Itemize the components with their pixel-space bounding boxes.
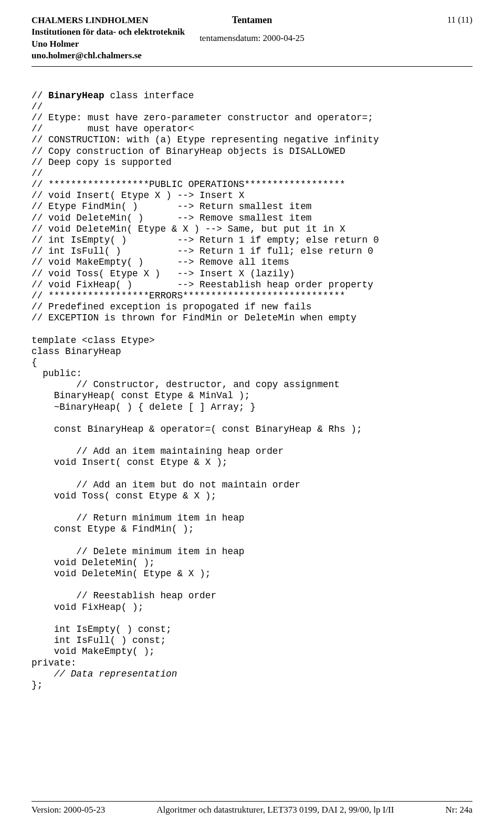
code-line: void MakeEmpty( ); xyxy=(32,646,155,657)
document-title: Tentamen xyxy=(200,15,304,26)
code-line: // ******************ERRORS*************… xyxy=(32,290,345,301)
code-line: // void DeleteMin( ) --> Remove smallest… xyxy=(32,213,312,223)
email: uno.holmer@chl.chalmers.se xyxy=(32,50,185,61)
code-line: const BinaryHeap & operator=( const Bina… xyxy=(32,424,362,434)
header-left: CHALMERS LINDHOLMEN Institutionen för da… xyxy=(32,15,185,62)
footer-number: Nr: 24a xyxy=(446,805,472,815)
code-line: // void Insert( Etype X ) --> Insert X xyxy=(32,190,244,201)
code-line: void FixHeap( ); xyxy=(32,602,143,612)
department: Institutionen för data- och elektrotekni… xyxy=(32,26,185,38)
author: Uno Holmer xyxy=(32,38,185,50)
code-line: // ******************PUBLIC OPERATIONS**… xyxy=(32,179,345,190)
page-number: 11 (11) xyxy=(447,15,472,25)
code-line: // Constructor, destructor, and copy ass… xyxy=(32,379,340,390)
code-block: // BinaryHeap class interface // // Etyp… xyxy=(32,90,472,691)
code-line: // int IsFull( ) --> Return 1 if full; e… xyxy=(32,246,373,256)
code-bold: BinaryHeap xyxy=(48,90,104,101)
code-line: // int IsEmpty( ) --> Return 1 if empty;… xyxy=(32,235,379,245)
code-line: void Insert( const Etype & X ); xyxy=(32,457,227,468)
code-line: // CONSTRUCTION: with (a) Etype represen… xyxy=(32,134,379,145)
code-line: void DeleteMin( ); xyxy=(32,557,155,568)
code-line: // must have operator< xyxy=(32,123,194,134)
code-line: class BinaryHeap xyxy=(32,346,121,357)
code-line: // Return minimum item in heap xyxy=(32,513,244,523)
code-line: void DeleteMin( Etype & X ); xyxy=(32,568,211,579)
header-center: Tentamen tentamensdatum: 2000-04-25 xyxy=(200,15,304,44)
code-line: // Deep copy is supported xyxy=(32,157,172,168)
code-line: // Etype: must have zero-parameter const… xyxy=(32,112,373,123)
code-line: // Etype FindMin( ) --> Return smallest … xyxy=(32,201,312,212)
code-line: // Copy construction of BinaryHeap objec… xyxy=(32,146,345,157)
footer-version: Version: 2000-05-23 xyxy=(32,805,105,815)
code-line: // void FixHeap( ) --> Reestablish heap … xyxy=(32,279,373,290)
institution: CHALMERS LINDHOLMEN xyxy=(32,15,185,26)
code-line: // Reestablish heap order xyxy=(32,590,216,601)
footer-course: Algoritmer och datastrukturer, LET373 01… xyxy=(156,805,394,815)
page-footer: Version: 2000-05-23 Algoritmer och datas… xyxy=(32,801,472,815)
code-line: int IsEmpty( ) const; xyxy=(32,624,172,635)
code-line: // Predefined exception is propogated if… xyxy=(32,302,312,312)
code-line: // xyxy=(32,101,43,112)
code-line: private: xyxy=(32,658,76,668)
code-line: // Add an item but do not maintain order xyxy=(32,480,300,490)
code-line: // Add an item maintaining heap order xyxy=(32,446,284,456)
code-line: }; xyxy=(32,680,43,690)
code-line: // EXCEPTION is thrown for FindMin or De… xyxy=(32,313,356,323)
page-header: CHALMERS LINDHOLMEN Institutionen för da… xyxy=(32,15,472,67)
code-line: template <class Etype> xyxy=(32,335,155,346)
code-italic: // Data representation xyxy=(32,669,177,679)
code-line: // void DeleteMin( Etype & X ) --> Same,… xyxy=(32,224,345,234)
code-line: class interface xyxy=(104,90,194,101)
code-line: BinaryHeap( const Etype & MinVal ); xyxy=(32,390,250,401)
code-line: // Delete minimum item in heap xyxy=(32,546,244,557)
code-line: void Toss( const Etype & X ); xyxy=(32,491,216,501)
code-line: // xyxy=(32,90,48,101)
code-line: // void MakeEmpty( ) --> Remove all item… xyxy=(32,257,289,267)
code-line: int IsFull( ) const; xyxy=(32,635,166,646)
code-line: // void Toss( Etype X ) --> Insert X (la… xyxy=(32,268,295,279)
code-line: ~BinaryHeap( ) { delete [ ] Array; } xyxy=(32,402,256,412)
code-line: public: xyxy=(32,368,82,379)
exam-date: tentamensdatum: 2000-04-25 xyxy=(200,33,304,44)
code-line: const Etype & FindMin( ); xyxy=(32,524,194,534)
code-line: { xyxy=(32,357,37,368)
code-line: // xyxy=(32,168,43,179)
